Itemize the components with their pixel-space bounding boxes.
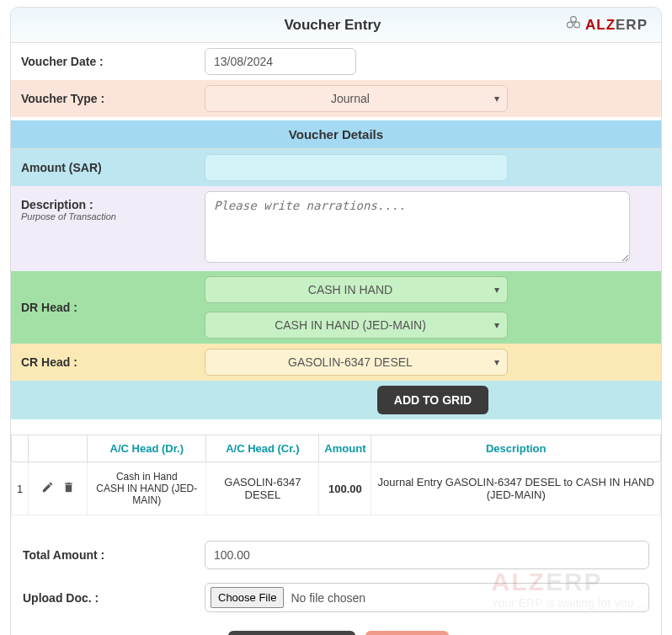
dr-head-select[interactable]: CASH IN HAND <box>205 276 508 303</box>
reload-button[interactable]: RELOAD <box>365 631 449 635</box>
svg-point-0 <box>567 22 573 28</box>
description-textarea[interactable] <box>205 191 630 263</box>
grid-section: A/C Head (Dr.) A/C Head (Cr.) Amount Des… <box>11 419 661 524</box>
total-amount-input[interactable] <box>205 541 649 569</box>
delete-icon[interactable] <box>62 481 75 496</box>
logo: ALZERP <box>565 14 648 35</box>
dr-head-row: DR Head : CASH IN HAND CASH IN HAND (JED… <box>11 271 661 344</box>
bottom-section: Total Amount : Upload Doc. : Choose File… <box>11 524 661 635</box>
logo-icon <box>565 14 582 35</box>
entries-table: A/C Head (Dr.) A/C Head (Cr.) Amount Des… <box>11 435 661 515</box>
total-amount-row: Total Amount : <box>23 541 649 569</box>
voucher-type-select[interactable]: Journal <box>205 85 508 112</box>
voucher-type-row: Voucher Type : Journal <box>11 80 661 117</box>
amount-input[interactable] <box>205 154 508 181</box>
description-label: Description : Purpose of Transaction <box>11 191 205 228</box>
file-status-text: No file chosen <box>291 591 365 605</box>
svg-point-1 <box>574 22 580 28</box>
table-row: 1 Cash in Hand CASH IN <box>12 462 661 515</box>
cell-amount: 100.00 <box>319 462 371 515</box>
choose-file-button[interactable]: Choose File <box>211 587 284 608</box>
voucher-entry-panel: Voucher Entry ALZERP Voucher Date : Vouc… <box>10 7 662 635</box>
add-to-grid-button[interactable]: ADD TO GRID <box>377 386 488 414</box>
description-row: Description : Purpose of Transaction <box>11 186 661 271</box>
page-title: Voucher Entry <box>100 17 565 34</box>
col-dr-head: A/C Head (Dr.) <box>88 435 206 462</box>
cell-dr-head: Cash in Hand CASH IN HAND (JED-MAIN) <box>88 462 206 515</box>
row-index: 1 <box>12 462 29 515</box>
edit-icon[interactable] <box>41 481 54 496</box>
voucher-date-row: Voucher Date : <box>11 43 661 80</box>
amount-row: Amount (SAR) <box>11 149 661 186</box>
col-amount: Amount <box>319 435 371 462</box>
col-description: Description <box>371 435 661 462</box>
action-buttons: SAVE VOUCHER RELOAD <box>23 626 649 635</box>
voucher-date-input[interactable] <box>205 48 356 75</box>
panel-header: Voucher Entry ALZERP <box>11 8 661 43</box>
file-input-wrap[interactable]: Choose File No file chosen <box>205 583 649 612</box>
save-voucher-button[interactable]: SAVE VOUCHER <box>228 631 355 635</box>
total-amount-label: Total Amount : <box>23 548 205 562</box>
cr-head-select[interactable]: GASOLIN-6347 DESEL <box>205 349 508 376</box>
upload-doc-label: Upload Doc. : <box>23 591 205 605</box>
dr-head-sub-select[interactable]: CASH IN HAND (JED-MAIN) <box>205 312 508 339</box>
cell-cr-head: GASOLIN-6347 DESEL <box>206 462 319 515</box>
cr-head-label: CR Head : <box>11 349 205 376</box>
cr-head-row: CR Head : GASOLIN-6347 DESEL <box>11 344 661 381</box>
add-to-grid-row: ADD TO GRID <box>11 381 661 419</box>
amount-label: Amount (SAR) <box>11 154 205 181</box>
voucher-type-label: Voucher Type : <box>11 85 205 112</box>
upload-doc-row: Upload Doc. : Choose File No file chosen <box>23 583 649 612</box>
col-cr-head: A/C Head (Cr.) <box>206 435 319 462</box>
voucher-details-header: Voucher Details <box>11 120 661 149</box>
dr-head-label: DR Head : <box>11 294 205 321</box>
cell-description: Journal Entry GASOLIN-6347 DESEL to CASH… <box>371 462 661 515</box>
voucher-date-label: Voucher Date : <box>11 48 205 75</box>
svg-point-2 <box>571 17 577 23</box>
table-header-row: A/C Head (Dr.) A/C Head (Cr.) Amount Des… <box>12 435 661 462</box>
